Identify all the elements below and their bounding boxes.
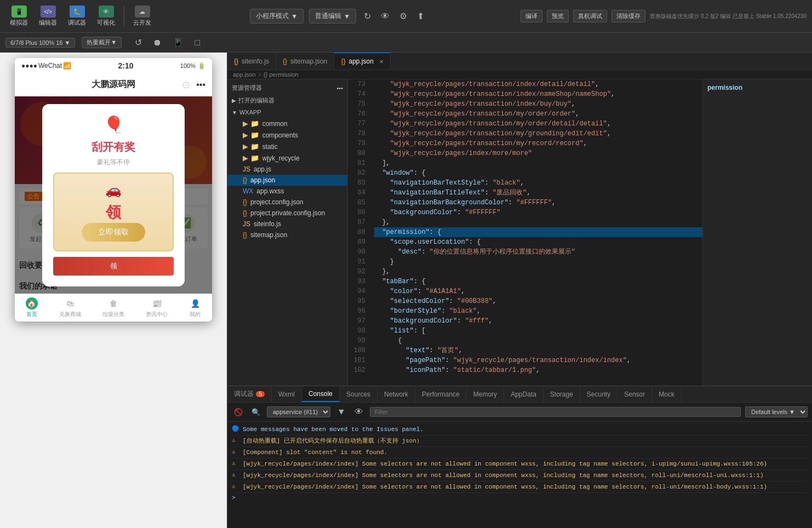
open-editor-header[interactable]: ▶ 打开的编辑器 — [227, 94, 347, 107]
phone-icon-btn[interactable]: 📱 — [170, 35, 186, 50]
record-btn[interactable]: ⏺ — [151, 36, 164, 50]
tab-close-btn[interactable]: ✕ — [379, 59, 384, 65]
console-clear-btn[interactable]: 🚫 — [232, 406, 245, 418]
right-panel: permission — [702, 79, 812, 386]
real-debug-btn[interactable]: 真机调试 — [573, 10, 607, 22]
claim-btn[interactable]: 立即领取 — [82, 223, 145, 242]
file-icon-projconfig: {} — [243, 198, 247, 206]
screen-btn[interactable]: □ — [192, 36, 202, 50]
phone-title: 大鹏源码网 — [92, 79, 135, 90]
refresh-btn[interactable]: ↻ — [362, 9, 373, 24]
visual-icon: 👁 — [99, 5, 114, 18]
file-icon-projprivate: {} — [243, 209, 247, 217]
scratch-modal[interactable]: 🎈 刮开有奖 豪礼等不停 🚗 领 立即领取 领 — [42, 104, 185, 286]
refresh-icon-btn[interactable]: ↺ — [133, 35, 144, 50]
scratch-toy-icon: 🚗 — [63, 182, 164, 198]
phone-tabs: 🏠 首页 🛍 兑换商城 🗑 垃圾分类 📰 — [15, 294, 212, 322]
phone-status-bar: ●●●● WeChat 📶 2:10 100% 🔋 — [15, 58, 212, 73]
tab-shop-icon: 🛍 — [64, 297, 76, 309]
appdata-tab[interactable]: AppData — [504, 386, 544, 402]
memory-tab[interactable]: Memory — [467, 386, 504, 402]
tree-projprivate[interactable]: {} project.private.config.json — [227, 208, 347, 219]
modal-overlay: 🎈 刮开有奖 豪礼等不停 🚗 领 立即领取 领 — [15, 96, 212, 294]
compile-btn[interactable]: 编译 — [521, 10, 542, 22]
debug-btn[interactable]: 🐛 调试器 — [64, 3, 90, 29]
tab-appjson[interactable]: {} app.json ✕ — [334, 53, 390, 70]
tree-appwxss[interactable]: WX app.wxss — [227, 186, 347, 197]
visual-btn[interactable]: 👁 可视化 — [93, 3, 119, 29]
sources-tab[interactable]: Sources — [340, 386, 378, 402]
tab-mine[interactable]: 👤 我的 — [189, 297, 201, 318]
mock-tab[interactable]: Mock — [652, 386, 682, 402]
debug-icon: 🐛 — [70, 5, 85, 18]
tab-news-icon: 📰 — [151, 297, 163, 309]
tree-static[interactable]: ▶ 📁 static — [227, 141, 347, 152]
device-select[interactable]: 6/7/8 Plus 100% 16 ▼ — [5, 38, 75, 48]
tree-projconfig[interactable]: {} project.config.json — [227, 197, 347, 208]
tree-siteinfo[interactable]: JS siteinfo.js — [227, 219, 347, 229]
simulator-btn[interactable]: 📱 模拟器 — [5, 3, 32, 29]
tree-wjyk[interactable]: ▶ 📁 wjyk_recycle — [227, 152, 347, 164]
phone-record-icon: ⊙ — [182, 79, 190, 91]
storage-tab[interactable]: Storage — [544, 386, 580, 402]
console-line-icon: ⚠ — [232, 437, 239, 444]
console-filter-input[interactable] — [370, 407, 741, 417]
breadcrumb: app.json > {} permission — [227, 70, 812, 79]
phone-content[interactable]: 积分商城 豪礼等不停 公告 公告内容 — [15, 96, 212, 294]
tab-home[interactable]: 🏠 首页 — [26, 297, 38, 318]
tab-garbage[interactable]: 🗑 垃圾分类 — [102, 297, 124, 318]
scratch-subtitle: 豪礼等不停 — [53, 158, 174, 167]
tree-more-icon[interactable]: ••• — [336, 85, 343, 91]
folder-icon-components: ▶ 📁 — [243, 131, 259, 139]
resource-manager-header[interactable]: 资源管理器 ••• — [227, 82, 347, 94]
sec-icons: ↺ ⏺ 📱 □ — [133, 35, 202, 50]
network-tab[interactable]: Network — [378, 386, 415, 402]
console-line-text: [wjyk_recycle/pages/index/index] Some se… — [243, 471, 764, 480]
scratch-area[interactable]: 🚗 领 立即领取 — [53, 173, 174, 251]
tree-appjson[interactable]: {} app.json — [227, 175, 347, 186]
eye-btn[interactable]: 👁 — [379, 9, 392, 24]
tab-siteinfo[interactable]: {} siteinfo.js — [227, 53, 276, 70]
security-tab[interactable]: Security — [580, 386, 617, 402]
editor-btn[interactable]: </> 编辑器 — [35, 3, 61, 29]
mode-dropdown[interactable]: 小程序模式 ▼ — [250, 9, 304, 24]
tab-news[interactable]: 📰 资讯中心 — [146, 297, 168, 318]
tab-shop[interactable]: 🛍 兑换商城 — [59, 297, 81, 318]
console-toolbar: 🚫 🔍 appservice (#11) ▼ 👁 Default levels … — [227, 403, 812, 422]
console-tab[interactable]: Console — [302, 386, 340, 402]
tree-common[interactable]: ▶ 📁 common — [227, 118, 347, 129]
sensor-tab[interactable]: Sensor — [617, 386, 652, 402]
phone-time: 2:10 — [118, 61, 133, 70]
phone-screen-wrapper: ●●●● WeChat 📶 2:10 100% 🔋 大鹏源码网 • — [15, 58, 212, 322]
preview-btn[interactable]: 预览 — [547, 10, 569, 22]
arrow-down-icon[interactable]: ▼ — [335, 405, 348, 419]
cloud-btn[interactable]: ☁ 云开发 — [129, 3, 156, 29]
service-select[interactable]: appservice (#11) — [267, 406, 330, 417]
console-filter-icon[interactable]: 🔍 — [249, 406, 262, 418]
level-select[interactable]: Default levels ▼ — [745, 406, 808, 417]
tree-appjs[interactable]: JS app.js — [227, 164, 347, 175]
code-content[interactable]: "wjyk_recycle/pages/transaction/index/de… — [370, 79, 702, 386]
hotreload-select[interactable]: 热重截开▼ — [82, 37, 122, 48]
clear-cache-btn[interactable]: 清除缓存 — [611, 10, 645, 22]
phone-panel: ●●●● WeChat 📶 2:10 100% 🔋 大鹏源码网 • — [0, 53, 227, 528]
console-line-text: [wjyk_recycle/pages/index/index] Some se… — [243, 483, 767, 491]
secondary-toolbar: 6/7/8 Plus 100% 16 ▼ 热重截开▼ ↺ ⏺ 📱 □ — [0, 33, 812, 53]
tab-sitemap[interactable]: {} sitemap.json — [276, 53, 334, 70]
tool-group-left: 📱 模拟器 </> 编辑器 🐛 调试器 👁 可视化 ☁ 云开发 — [5, 3, 156, 29]
upload-btn[interactable]: ⬆ — [415, 9, 426, 24]
settings-btn[interactable]: ⚙ — [397, 9, 409, 24]
tree-sitemap[interactable]: {} sitemap.json — [227, 229, 347, 240]
console-line-text: [Component] slot "content" is not found. — [243, 448, 387, 457]
translate-dropdown[interactable]: 普通编辑 ▼ — [309, 9, 356, 24]
performance-tab[interactable]: Performance — [415, 386, 467, 402]
wxapp-header[interactable]: ▼ WXAPP — [227, 107, 347, 118]
phone-more-btn[interactable]: ••• — [196, 80, 205, 90]
devtools-tabs: 调试器 5 Wxml Console Sources Network Perfo… — [227, 386, 812, 403]
code-editor[interactable]: 7374757677787980818283848586878889909192… — [348, 79, 702, 386]
tree-components[interactable]: ▶ 📁 components — [227, 129, 347, 141]
editor-tabs: {} siteinfo.js {} sitemap.json {} app.js… — [227, 53, 812, 70]
wxml-tab[interactable]: Wxml — [272, 386, 302, 402]
eye-icon-btn[interactable]: 👁 — [352, 405, 365, 419]
debugger-tab[interactable]: 调试器 5 — [227, 386, 272, 402]
